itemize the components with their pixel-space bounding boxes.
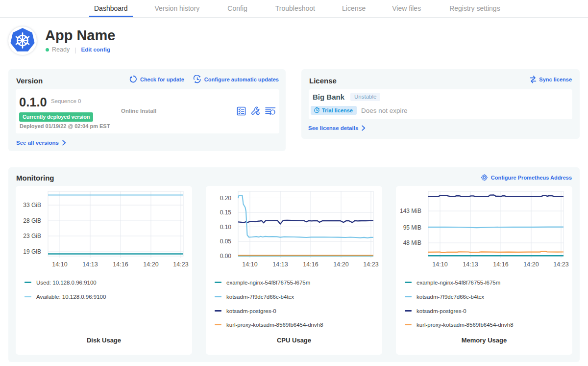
svg-text:14:20: 14:20 [143, 261, 158, 268]
svg-text:14:13: 14:13 [82, 261, 98, 268]
svg-text:14:13: 14:13 [463, 261, 478, 268]
svg-text:14:23: 14:23 [173, 261, 188, 268]
svg-text:14:16: 14:16 [493, 261, 508, 268]
svg-text:19 GiB: 19 GiB [23, 248, 41, 255]
svg-text:95 MiB: 95 MiB [403, 224, 421, 231]
svg-text:143 MiB: 143 MiB [400, 208, 421, 214]
svg-text:14:10: 14:10 [432, 261, 447, 268]
svg-text:14:16: 14:16 [113, 261, 128, 268]
svg-text:28 GiB: 28 GiB [23, 217, 41, 224]
svg-text:14:23: 14:23 [363, 261, 378, 268]
svg-text:14:20: 14:20 [523, 261, 539, 268]
svg-text:14:23: 14:23 [553, 261, 568, 268]
svg-text:14:10: 14:10 [242, 261, 257, 268]
svg-text:0.10: 0.10 [220, 224, 232, 231]
svg-text:48 MiB: 48 MiB [403, 239, 421, 246]
svg-text:14:10: 14:10 [52, 261, 67, 268]
svg-text:0.05: 0.05 [220, 238, 232, 245]
svg-text:23 GiB: 23 GiB [23, 233, 41, 239]
svg-text:14:20: 14:20 [333, 261, 348, 268]
svg-text:33 GiB: 33 GiB [23, 202, 41, 209]
svg-text:0.20: 0.20 [220, 195, 232, 202]
svg-text:14:16: 14:16 [303, 261, 318, 268]
svg-text:0.00: 0.00 [220, 253, 232, 260]
svg-text:0.15: 0.15 [220, 209, 232, 216]
svg-text:14:13: 14:13 [272, 261, 288, 268]
